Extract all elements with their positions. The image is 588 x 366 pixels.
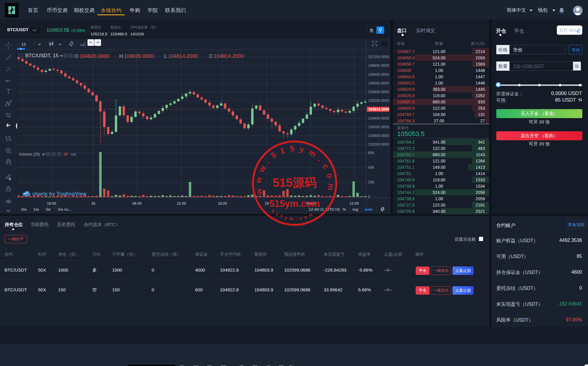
svg-text:515源码: 515源码 — [273, 176, 317, 189]
svg-text:515ym.com: 515ym.com — [269, 198, 320, 209]
svg-text:515ym.com: 515ym.com — [271, 209, 316, 221]
